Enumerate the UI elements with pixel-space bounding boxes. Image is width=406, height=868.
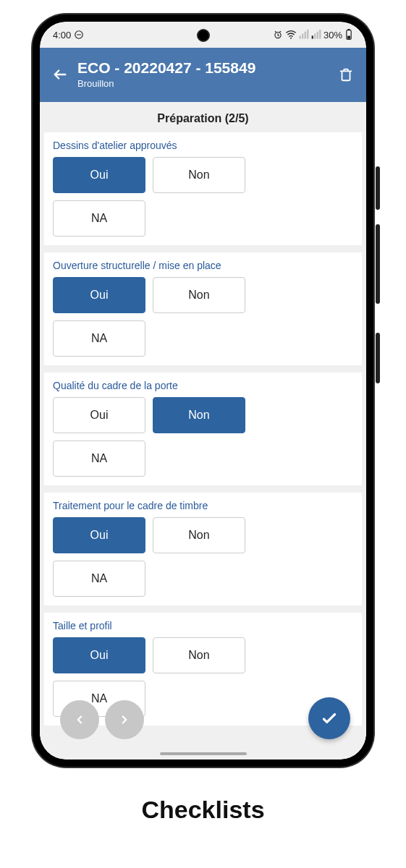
option-oui[interactable]: Oui [53, 637, 145, 673]
prev-page-button[interactable] [60, 700, 99, 739]
trash-icon [338, 67, 354, 82]
option-oui[interactable]: Oui [53, 277, 145, 313]
svg-rect-6 [305, 32, 306, 39]
svg-rect-4 [300, 35, 301, 38]
home-indicator [160, 752, 247, 755]
option-non[interactable]: Non [153, 397, 245, 433]
question-label: Ouverture structurelle / mise en place [53, 260, 353, 271]
question-card: Ouverture structurelle / mise en placeOu… [44, 252, 362, 365]
phone-frame: 4:00 30% ECO - 20220427 - 155849 Brouill… [33, 14, 373, 767]
svg-rect-14 [347, 36, 350, 39]
arrow-left-icon [52, 67, 68, 82]
question-card: Qualité du cadre de la porteOuiNonNA [44, 373, 362, 485]
next-page-button[interactable] [105, 700, 144, 739]
question-card: Dessins d'atelier approuvésOuiNonNA [44, 132, 362, 245]
chevron-left-icon [73, 713, 86, 726]
app-header: ECO - 20220427 - 155849 Brouillon [40, 48, 366, 102]
status-time: 4:00 [53, 30, 71, 41]
status-battery: 30% [323, 30, 342, 41]
caption: Checklists [0, 796, 406, 824]
question-label: Traitement pour le cadre de timbre [53, 500, 353, 511]
back-button[interactable] [50, 64, 70, 85]
option-oui[interactable]: Oui [53, 397, 145, 433]
header-subtitle: Brouillon [77, 78, 336, 89]
delete-button[interactable] [336, 64, 356, 85]
chevron-right-icon [118, 713, 131, 726]
option-non[interactable]: Non [153, 517, 245, 553]
option-na[interactable]: NA [53, 200, 145, 237]
wifi-icon [285, 30, 297, 40]
checklist-content: Dessins d'atelier approuvésOuiNonNAOuver… [40, 132, 366, 760]
section-title: Préparation (2/5) [40, 102, 366, 132]
camera-hole [197, 29, 210, 42]
svg-rect-11 [319, 30, 321, 39]
svg-rect-7 [307, 30, 308, 39]
confirm-fab[interactable] [308, 697, 350, 739]
svg-rect-9 [314, 34, 316, 39]
option-oui[interactable]: Oui [53, 517, 145, 553]
signal-icon [299, 30, 309, 40]
question-card: Traitement pour le cadre de timbreOuiNon… [44, 493, 362, 605]
question-label: Dessins d'atelier approuvés [53, 140, 353, 151]
svg-point-3 [290, 38, 292, 39]
option-na[interactable]: NA [53, 441, 145, 477]
option-na[interactable]: NA [53, 320, 145, 357]
battery-icon [344, 29, 353, 41]
header-title: ECO - 20220427 - 155849 [77, 59, 336, 77]
signal-icon-2 [311, 30, 321, 40]
option-oui[interactable]: Oui [53, 157, 145, 193]
svg-rect-13 [347, 29, 350, 30]
question-label: Qualité du cadre de la porte [53, 380, 353, 391]
option-non[interactable]: Non [153, 637, 245, 673]
option-non[interactable]: Non [153, 277, 245, 313]
option-non[interactable]: Non [153, 157, 245, 193]
do-not-disturb-icon [74, 30, 84, 40]
svg-rect-5 [302, 34, 303, 39]
svg-rect-10 [317, 32, 318, 39]
svg-rect-8 [312, 35, 313, 38]
alarm-icon [273, 30, 283, 40]
check-icon [320, 709, 339, 728]
option-na[interactable]: NA [53, 561, 145, 597]
question-label: Taille et profil [53, 620, 353, 631]
